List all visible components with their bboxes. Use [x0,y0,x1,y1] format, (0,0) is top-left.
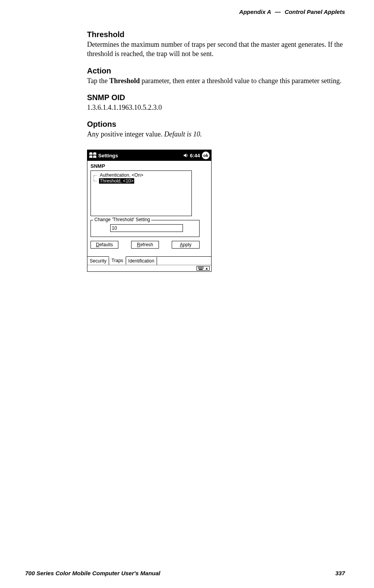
tab-security[interactable]: Security [87,257,109,265]
button-row: Defaults Refresh Apply [91,241,200,249]
action-bold: Threshold [109,77,140,85]
sip-bar: ▲ [87,265,211,271]
footer-manual: 700 Series Color Mobile Computer User's … [25,570,161,576]
svg-rect-4 [202,267,202,268]
tab-traps[interactable]: Traps [109,256,126,264]
snmp-panel: SNMP ┌┈ Authentication, <On> └┈ Threshol… [87,161,211,256]
tree-item-threshold[interactable]: └┈ Threshold, <10> [92,178,190,184]
fieldset-legend: Change 'Threshold' Setting [93,217,151,222]
appendix-label: Appendix A [239,9,271,15]
refresh-button[interactable]: Refresh [131,241,159,249]
svg-rect-7 [199,268,200,269]
svg-rect-2 [199,267,200,268]
threshold-heading: Threshold [87,30,346,39]
tree-item-authentication[interactable]: ┌┈ Authentication, <On> [92,172,190,178]
sip-arrow-icon: ▲ [205,267,208,270]
svg-rect-10 [203,268,203,269]
svg-rect-3 [200,267,201,268]
threshold-text: Determines the maximum number of traps p… [87,40,346,59]
options-text: Any positive integer value. Default is 1… [87,130,346,139]
svg-rect-1 [198,267,199,268]
tab-identification[interactable]: Identification [126,257,157,265]
ok-button[interactable]: ok [202,152,210,159]
threshold-input[interactable] [110,224,183,232]
device-screenshot: Settings 6:44 ok SNMP ┌┈ Authentication,… [87,150,212,272]
keyboard-icon[interactable]: ▲ [196,266,210,271]
tab-bar: Security Traps Identification [87,256,211,265]
snmp-heading: SNMP OID [87,93,346,102]
svg-rect-8 [200,268,201,269]
action-text: Tap the Threshold parameter, then enter … [87,76,346,85]
speaker-icon [183,153,189,158]
svg-rect-9 [202,268,202,269]
page-content: Threshold Determines the maximum number … [87,30,346,272]
svg-rect-5 [203,267,203,268]
window-title: Settings [98,153,183,159]
app-title: SNMP [91,163,208,169]
defaults-button[interactable]: Defaults [91,241,118,249]
change-threshold-fieldset: Change 'Threshold' Setting [91,220,200,237]
apply-button[interactable]: Apply [172,241,200,249]
action-heading: Action [87,66,346,75]
header-title: Control Panel Applets [285,9,345,15]
running-header: Appendix A — Control Panel Applets [239,9,345,15]
footer-page: 337 [335,570,345,576]
snmp-text: 1.3.6.1.4.1.1963.10.5.2.3.0 [87,103,346,112]
svg-rect-11 [199,269,203,270]
page-footer: 700 Series Color Mobile Computer User's … [25,570,345,576]
options-heading: Options [87,120,346,129]
clock-time: 6:44 [190,153,200,159]
tree-view[interactable]: ┌┈ Authentication, <On> └┈ Threshold, <1… [91,170,192,216]
window-titlebar: Settings 6:44 ok [87,150,211,161]
windows-flag-icon [89,152,97,159]
header-dash: — [275,9,281,15]
svg-rect-6 [198,268,199,269]
options-italic: Default is 10. [164,130,202,138]
